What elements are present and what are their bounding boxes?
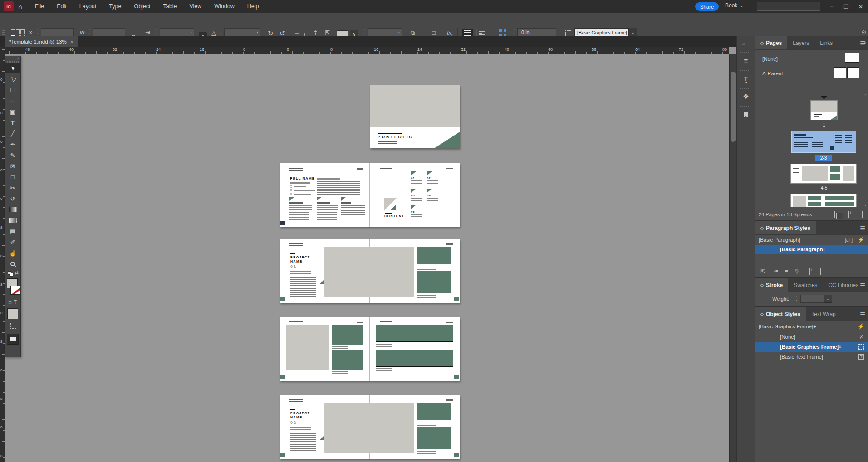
menu-object[interactable]: Object (128, 3, 157, 10)
scale-x-stepper[interactable]: ⌃⌄ (154, 28, 159, 36)
tab-links[interactable]: Links (814, 36, 838, 49)
pages-scroll-down-icon[interactable]: ⌄ (863, 202, 867, 207)
tab-object-styles[interactable]: ◇Object Styles (755, 307, 806, 321)
cover-image-placeholder[interactable] (370, 85, 460, 127)
menu-help[interactable]: Help (241, 3, 265, 10)
page-1-thumbnail[interactable] (810, 100, 838, 120)
pencil-tool[interactable]: ✎ (5, 150, 20, 160)
tab-layers[interactable]: Layers (787, 36, 814, 49)
x-stepper[interactable]: ⌃⌄ (35, 28, 40, 36)
rotation-combo[interactable]: ⌄ (224, 28, 260, 36)
collapse-toolbar-icon[interactable]: » (17, 57, 19, 61)
rectangle-tool[interactable]: □ (5, 171, 20, 182)
gap-tool[interactable]: ↔ (5, 95, 20, 106)
screen-mode-button[interactable] (7, 334, 19, 345)
pages-2-3-label[interactable]: 2-3 (815, 155, 832, 161)
cover-page[interactable]: PORTFOLIO (370, 85, 460, 148)
home-icon[interactable]: ⌂ (18, 3, 22, 10)
formatting-affects-text-icon[interactable]: T (14, 299, 17, 305)
tab-text-wrap[interactable]: Text Wrap (806, 307, 841, 321)
frame-fitting-h-icon[interactable]: ⇥ (145, 29, 150, 35)
pages-4-5-thumbnail[interactable] (790, 164, 857, 184)
type-tool[interactable]: T (5, 117, 20, 128)
canvas-vertical-scrollbar[interactable] (729, 54, 736, 462)
lightning-icon[interactable]: ⚡ (858, 323, 864, 330)
share-button[interactable]: Share (695, 2, 719, 11)
style-mapping-icon[interactable]: ⇱ (760, 268, 765, 275)
swap-fill-stroke[interactable]: ⇄ (5, 269, 20, 277)
tab-pages[interactable]: ◇Pages (755, 36, 787, 49)
spread-6-7[interactable] (280, 317, 460, 381)
gradient-feather-tool[interactable] (5, 215, 20, 226)
image-block-green[interactable] (417, 247, 451, 264)
master-a-parent-label[interactable]: A-Parent (762, 71, 783, 76)
new-spread-icon[interactable] (848, 211, 849, 218)
image-block-green[interactable] (417, 427, 451, 449)
snap-grid-icon[interactable] (499, 29, 506, 37)
restore-button[interactable]: ❐ (839, 0, 853, 13)
master-a-parent-thumbnail-left[interactable] (834, 67, 846, 78)
direct-selection-tool[interactable]: ▷ (5, 73, 20, 84)
master-a-parent-thumbnail-right[interactable] (847, 67, 859, 78)
tab-stroke[interactable]: ◇Stroke (755, 278, 788, 292)
image-block-green[interactable] (332, 325, 363, 345)
apply-color-button[interactable] (7, 308, 18, 319)
master-none-label[interactable]: [None] (762, 56, 778, 62)
applied-paragraph-style-row[interactable]: [Basic Paragraph] [a+] ⚡ (755, 235, 868, 245)
book-workspace-switcher[interactable]: Book ⌄ (725, 2, 744, 9)
scissors-tool[interactable]: ✂ (5, 182, 20, 193)
tab-paragraph-styles[interactable]: ◇Paragraph Styles (755, 221, 816, 234)
banner-block-green[interactable] (376, 325, 453, 342)
content-collector-tool[interactable]: ▣ (5, 106, 20, 117)
search-input[interactable] (757, 2, 820, 11)
pages-2-3-thumbnail[interactable] (791, 131, 856, 153)
page-1-label[interactable]: 1 (821, 123, 827, 128)
w-stepper[interactable]: ⌃⌄ (87, 28, 92, 36)
master-none-thumbnail[interactable] (845, 53, 859, 63)
weight-stepper[interactable]: ⌃⌄ (794, 295, 799, 303)
object-style-combo[interactable]: [Basic Graphics Frame]+ (574, 28, 629, 37)
delete-page-icon[interactable] (862, 211, 863, 218)
effects-fx-icon[interactable]: fx, (447, 30, 453, 36)
create-new-style-icon[interactable] (809, 268, 810, 275)
menu-window[interactable]: Window (208, 3, 240, 10)
toolbar-stroke-swatch[interactable] (10, 286, 20, 295)
collapse-dock-icon[interactable]: « (742, 42, 745, 47)
zoom-tool[interactable] (5, 258, 20, 269)
object-style-item-basic-graphics[interactable]: [Basic Graphics Frame]+ (755, 342, 868, 352)
panel-menu-icon[interactable]: ☰ (860, 225, 865, 232)
x-field[interactable] (41, 28, 74, 36)
object-style-item-basic-text[interactable]: [Basic Text Frame] T (755, 352, 868, 362)
spread-image-placeholder[interactable] (324, 247, 414, 297)
banner-block-green[interactable] (376, 350, 453, 367)
spread-4-5[interactable]: PROJECT NAME 01 (280, 239, 460, 303)
select-content-icon[interactable]: ⇱ (325, 30, 330, 36)
container-icon[interactable]: □ (432, 30, 436, 36)
tab-swatches[interactable]: Swatches (788, 278, 823, 292)
menu-layout[interactable]: Layout (73, 3, 103, 10)
spread-image-placeholder[interactable] (286, 325, 329, 370)
weight-combo[interactable] (800, 295, 824, 303)
image-block-green[interactable] (332, 350, 363, 370)
document-tab[interactable]: *Template 1.indd @ 13% × (5, 36, 78, 47)
wrap-offset-field[interactable]: 0 in (517, 28, 556, 36)
spread-image-placeholder[interactable] (324, 403, 414, 453)
free-transform-tool[interactable]: ↺ (5, 193, 20, 204)
note-tool[interactable]: ▤ (5, 226, 20, 237)
w-field[interactable] (93, 28, 125, 36)
menu-edit[interactable]: Edit (50, 3, 73, 10)
pen-tool[interactable]: ✒ (5, 139, 20, 150)
lightning-icon[interactable]: ⚡ (858, 237, 864, 243)
tab-cc-libraries[interactable]: CC Libraries (823, 278, 864, 292)
rotate-cw-icon[interactable]: ↻ (268, 30, 274, 36)
paragraph-style-item-selected[interactable]: [Basic Paragraph] (755, 245, 868, 254)
weight-combo-arrow[interactable]: ⌄ (824, 295, 832, 303)
applied-object-style-row[interactable]: [Basic Graphics Frame]+ ⚡ (755, 321, 868, 332)
spread-2-3[interactable]: FULL NAME 01 02 03 04 (280, 163, 460, 227)
expand-dock-icon[interactable]: » (863, 40, 866, 45)
minimize-button[interactable]: − (824, 0, 839, 13)
menu-view[interactable]: View (183, 3, 208, 10)
paragraph-styles-panel-icon[interactable]: ≡ (737, 53, 755, 67)
eyedropper-tool[interactable]: ✐ (5, 237, 20, 248)
menu-table[interactable]: Table (157, 3, 183, 10)
